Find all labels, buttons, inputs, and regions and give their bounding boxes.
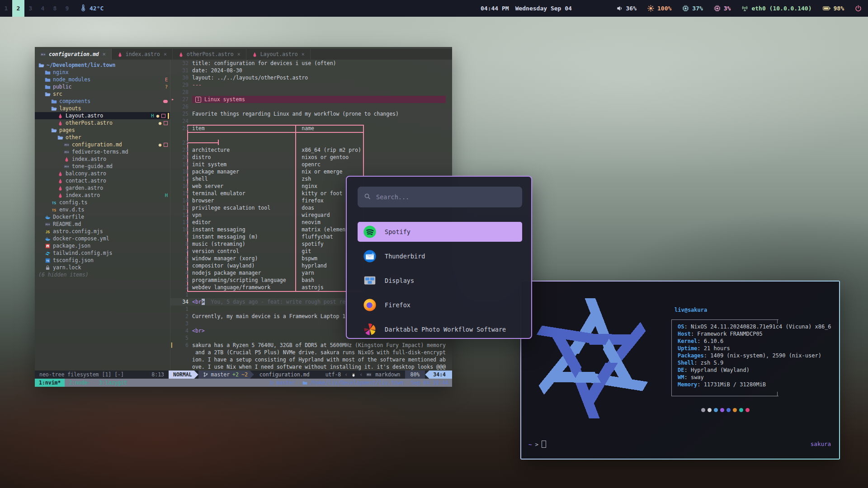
launcher-item-displays[interactable]: Displays <box>358 271 522 291</box>
tree-item[interactable]: pages <box>35 127 170 134</box>
fetch-line: DE: Hyprland (Wayland) <box>678 366 831 374</box>
line-number: 10 <box>175 226 189 233</box>
heading-text: Linux systems <box>204 96 245 103</box>
terminal-window[interactable]: liv@sakura OS: NixOS 24.11.20240828.71e9… <box>520 281 840 460</box>
workspace-4[interactable]: 4 <box>37 0 49 17</box>
tree-item[interactable]: TStsconfig.json <box>35 257 170 264</box>
line-number: 1 <box>175 305 189 313</box>
tree-item[interactable]: ~/Development/liv.town <box>35 61 170 69</box>
line-number: 7 <box>175 248 189 255</box>
tab-index.astro[interactable]: index.astro× <box>112 49 173 60</box>
tree-item[interactable]: (6 hidden items) <box>35 271 170 278</box>
tree-item[interactable]: node_modulesE <box>35 76 170 83</box>
tree-item[interactable]: fediverse-terms.md <box>35 148 170 155</box>
tab-close-icon[interactable]: × <box>237 51 241 57</box>
line-text: shell zsh <box>192 175 311 183</box>
line-text: init system openrc <box>192 161 321 168</box>
tree-item[interactable]: index.astroH <box>35 192 170 199</box>
tree-item[interactable]: Layout.astroH● <box>35 112 170 119</box>
launcher-item-firefox[interactable]: Firefox <box>358 295 522 315</box>
app-launcher: SpotifyThunderbirdDisplaysFirefoxDarktab… <box>346 176 532 339</box>
tree-item[interactable]: otherPost.astro● <box>35 119 170 127</box>
tree-item-label: ~/Development/liv.town <box>47 61 115 69</box>
launcher-item-spotify[interactable]: Spotify <box>358 222 522 242</box>
tree-item[interactable]: balcony.astro <box>35 170 170 177</box>
tree-item-label: tsconfig.json <box>53 257 94 264</box>
tree-item[interactable]: Dockerfile <box>35 213 170 221</box>
line-number: 3 <box>175 320 189 327</box>
fetch-value: : sway <box>684 374 703 380</box>
tree-item[interactable]: package.json <box>35 242 170 249</box>
tmux-window-1:nvim*[interactable]: 1:nvim* <box>35 379 65 387</box>
tree-item[interactable]: index.astro <box>35 155 170 163</box>
tmux-window-2:node-[interactable]: 2:node- <box>65 379 94 387</box>
folder-icon <box>302 380 307 385</box>
tree-item[interactable]: src <box>35 90 170 98</box>
editor-line: 25Favorite things regarding Linux and my… <box>170 110 452 117</box>
launcher-item-darktable[interactable]: Darktable Photo Workflow Software <box>358 319 522 339</box>
tree-item[interactable]: tone-guide.md <box>35 163 170 170</box>
tab-Layout.astro[interactable]: Layout.astro× <box>246 49 311 60</box>
ts2-icon: TS <box>51 207 57 213</box>
fetch-key: OS <box>678 324 684 330</box>
search-input[interactable] <box>375 193 516 201</box>
editor-line: 19init system openrc <box>170 161 452 168</box>
tmux-path-text: /home/liv/Development/liv.town <box>310 380 404 386</box>
tree-item-label: public <box>53 83 72 90</box>
fetch-key: DE <box>678 367 684 373</box>
line-number: 28 <box>175 89 189 96</box>
tree-item[interactable]: public? <box>35 83 170 90</box>
workspace-2[interactable]: 2 <box>12 0 24 17</box>
tree-item[interactable]: yarn.lock <box>35 264 170 271</box>
tab-otherPost.astro[interactable]: otherPost.astro× <box>173 49 246 60</box>
tree-item[interactable]: garden.astro <box>35 184 170 192</box>
tree-item[interactable]: JSastro.config.mjs <box>35 228 170 235</box>
tree-item[interactable]: contact.astro <box>35 177 170 184</box>
neo-tree-status-text: neo-tree filesystem [1] [-] <box>39 371 124 378</box>
tree-item-badges <box>163 100 170 103</box>
folder-icon <box>45 70 51 75</box>
neo-tree-status-time: 8:13 <box>151 371 164 378</box>
tree-item[interactable]: nginx <box>35 69 170 76</box>
editor-line: 24 <box>170 117 452 125</box>
topbar-left: 123489 42°C <box>0 0 104 17</box>
tree-item[interactable]: tailwind.config.mjs <box>35 249 170 257</box>
tab-close-icon[interactable]: × <box>302 51 305 57</box>
fetch-value: : 6.10.6 <box>697 338 723 344</box>
host-label: sakura <box>811 441 831 447</box>
astro-icon <box>117 52 123 57</box>
line-text: window manager (xorg) bspwm <box>192 255 317 262</box>
nixos-logo <box>528 288 657 431</box>
line-text: distro nixos or gentoo <box>192 154 349 161</box>
tree-item-label: yarn.lock <box>53 264 81 271</box>
tab-close-icon[interactable]: × <box>164 51 167 57</box>
line-number: 8 <box>175 240 189 248</box>
tmux-git: master <box>269 380 296 386</box>
shell-prompt[interactable]: ~ > <box>528 441 546 448</box>
tree-item[interactable]: layouts <box>35 105 170 112</box>
tree-item[interactable]: README.md <box>35 221 170 228</box>
workspace-1[interactable]: 1 <box>0 0 12 17</box>
tree-item[interactable]: other <box>35 134 170 141</box>
tab-close-icon[interactable]: × <box>103 51 106 57</box>
tab-configuration.md[interactable]: configuration.md× <box>35 49 112 60</box>
workspace-3[interactable]: 3 <box>24 0 37 17</box>
launcher-search[interactable] <box>358 187 522 207</box>
workspace-9[interactable]: 9 <box>61 0 73 17</box>
tmux-window-3:lazygit[interactable]: 3:lazygit <box>95 379 131 387</box>
tab-label: configuration.md <box>49 51 99 57</box>
tree-item[interactable]: TSconfig.ts <box>35 199 170 206</box>
power-module[interactable] <box>855 5 862 12</box>
workspace-8[interactable]: 8 <box>49 0 61 17</box>
tree-item-label: configuration.md <box>72 141 122 148</box>
tree-item[interactable]: components <box>35 98 170 105</box>
tree-item[interactable]: docker-compose.yml <box>35 235 170 242</box>
tree-item[interactable]: TSenv.d.ts <box>35 206 170 213</box>
current-file-name: configuration.md <box>259 371 326 378</box>
launcher-item-thunderbird[interactable]: Thunderbird <box>358 246 522 266</box>
line-number: 4 <box>175 269 189 277</box>
file-encoding: utf-8 <box>326 371 341 378</box>
diagnostic-square <box>164 121 168 125</box>
tree-item-label: otherPost.astro <box>66 119 113 127</box>
tree-item[interactable]: configuration.md● <box>35 141 170 148</box>
